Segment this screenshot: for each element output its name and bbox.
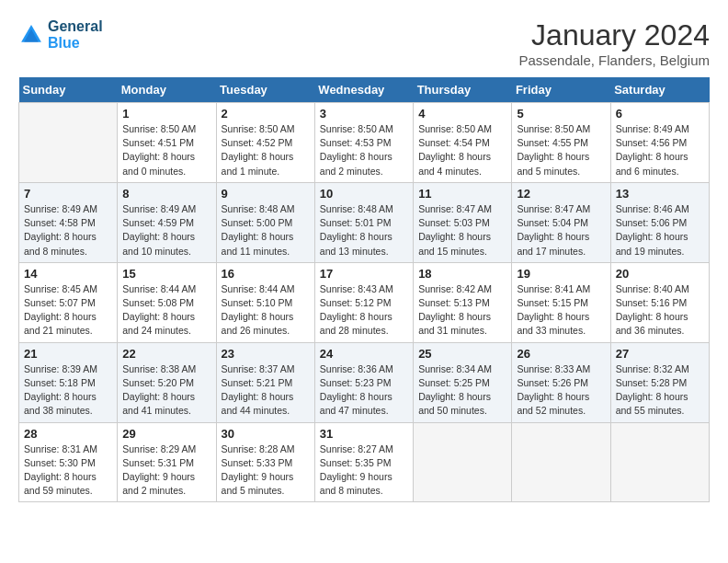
day-info: Sunrise: 8:40 AM Sunset: 5:16 PM Dayligh… [616,282,704,339]
day-info: Sunrise: 8:50 AM Sunset: 4:55 PM Dayligh… [517,122,605,178]
calendar-day-cell: 21Sunrise: 8:39 AM Sunset: 5:18 PM Dayli… [19,342,118,422]
day-number: 23 [222,347,310,361]
day-info: Sunrise: 8:50 AM Sunset: 4:54 PM Dayligh… [418,122,506,178]
day-info: Sunrise: 8:44 AM Sunset: 5:08 PM Dayligh… [122,282,210,339]
calendar-day-cell: 5Sunrise: 8:50 AM Sunset: 4:55 PM Daylig… [512,103,610,183]
calendar-day-cell: 15Sunrise: 8:44 AM Sunset: 5:08 PM Dayli… [118,262,216,342]
calendar-week-row: 1Sunrise: 8:50 AM Sunset: 4:51 PM Daylig… [19,103,710,183]
calendar-header-row: Sunday Monday Tuesday Wednesday Thursday… [19,77,710,103]
calendar-day-cell [19,103,118,183]
day-info: Sunrise: 8:42 AM Sunset: 5:13 PM Dayligh… [418,282,506,339]
day-number: 18 [418,267,506,281]
day-info: Sunrise: 8:47 AM Sunset: 5:03 PM Dayligh… [418,202,506,259]
location-subtitle: Passendale, Flanders, Belgium [518,52,710,68]
calendar-day-cell: 26Sunrise: 8:33 AM Sunset: 5:26 PM Dayli… [512,342,610,422]
day-number: 25 [418,347,506,361]
col-tuesday: Tuesday [216,77,314,103]
calendar-day-cell: 14Sunrise: 8:45 AM Sunset: 5:07 PM Dayli… [19,262,118,342]
day-info: Sunrise: 8:31 AM Sunset: 5:30 PM Dayligh… [24,442,112,499]
calendar-day-cell: 9Sunrise: 8:48 AM Sunset: 5:00 PM Daylig… [216,182,314,262]
day-info: Sunrise: 8:32 AM Sunset: 5:28 PM Dayligh… [616,362,704,419]
logo-icon [18,22,44,48]
calendar-table: Sunday Monday Tuesday Wednesday Thursday… [18,77,710,502]
day-number: 13 [616,187,704,201]
calendar-day-cell: 1Sunrise: 8:50 AM Sunset: 4:51 PM Daylig… [118,103,216,183]
day-info: Sunrise: 8:50 AM Sunset: 4:51 PM Dayligh… [122,122,210,178]
day-number: 14 [24,267,112,281]
day-info: Sunrise: 8:28 AM Sunset: 5:33 PM Dayligh… [222,442,310,499]
day-number: 8 [122,187,210,201]
calendar-day-cell: 28Sunrise: 8:31 AM Sunset: 5:30 PM Dayli… [19,422,118,502]
day-number: 15 [122,267,210,281]
calendar-day-cell: 22Sunrise: 8:38 AM Sunset: 5:20 PM Dayli… [118,342,216,422]
page-header: General Blue January 2024 Passendale, Fl… [18,18,710,68]
day-number: 2 [222,107,310,121]
calendar-day-cell: 16Sunrise: 8:44 AM Sunset: 5:10 PM Dayli… [216,262,314,342]
day-number: 10 [320,187,408,201]
col-monday: Monday [118,77,216,103]
calendar-day-cell: 12Sunrise: 8:47 AM Sunset: 5:04 PM Dayli… [512,182,610,262]
day-number: 16 [222,267,310,281]
calendar-week-row: 28Sunrise: 8:31 AM Sunset: 5:30 PM Dayli… [19,422,710,502]
day-number: 1 [122,107,210,121]
month-title: January 2024 [518,18,710,52]
day-number: 21 [24,347,112,361]
day-number: 30 [222,427,310,441]
day-number: 28 [24,427,112,441]
calendar-day-cell: 8Sunrise: 8:49 AM Sunset: 4:59 PM Daylig… [118,182,216,262]
calendar-day-cell [512,422,610,502]
day-number: 26 [517,347,605,361]
day-info: Sunrise: 8:29 AM Sunset: 5:31 PM Dayligh… [122,442,210,499]
day-info: Sunrise: 8:36 AM Sunset: 5:23 PM Dayligh… [320,362,408,419]
col-sunday: Sunday [19,77,118,103]
calendar-day-cell: 4Sunrise: 8:50 AM Sunset: 4:54 PM Daylig… [414,103,512,183]
day-info: Sunrise: 8:39 AM Sunset: 5:18 PM Dayligh… [24,362,112,419]
day-info: Sunrise: 8:33 AM Sunset: 5:26 PM Dayligh… [517,362,605,419]
day-number: 29 [122,427,210,441]
calendar-day-cell: 6Sunrise: 8:49 AM Sunset: 4:56 PM Daylig… [610,103,709,183]
calendar-day-cell: 20Sunrise: 8:40 AM Sunset: 5:16 PM Dayli… [610,262,709,342]
calendar-day-cell: 23Sunrise: 8:37 AM Sunset: 5:21 PM Dayli… [216,342,314,422]
col-thursday: Thursday [414,77,512,103]
calendar-day-cell: 2Sunrise: 8:50 AM Sunset: 4:52 PM Daylig… [216,103,314,183]
logo-text: General Blue [48,18,103,52]
calendar-week-row: 14Sunrise: 8:45 AM Sunset: 5:07 PM Dayli… [19,262,710,342]
day-number: 17 [320,267,408,281]
title-block: January 2024 Passendale, Flanders, Belgi… [518,18,710,68]
calendar-day-cell [610,422,709,502]
day-number: 19 [517,267,605,281]
day-info: Sunrise: 8:48 AM Sunset: 5:00 PM Dayligh… [222,202,310,259]
logo: General Blue [18,18,103,52]
day-info: Sunrise: 8:45 AM Sunset: 5:07 PM Dayligh… [24,282,112,339]
day-number: 27 [616,347,704,361]
day-info: Sunrise: 8:46 AM Sunset: 5:06 PM Dayligh… [616,202,704,259]
calendar-day-cell: 25Sunrise: 8:34 AM Sunset: 5:25 PM Dayli… [414,342,512,422]
day-info: Sunrise: 8:43 AM Sunset: 5:12 PM Dayligh… [320,282,408,339]
day-info: Sunrise: 8:49 AM Sunset: 4:56 PM Dayligh… [616,122,704,178]
calendar-day-cell: 19Sunrise: 8:41 AM Sunset: 5:15 PM Dayli… [512,262,610,342]
calendar-day-cell: 24Sunrise: 8:36 AM Sunset: 5:23 PM Dayli… [314,342,413,422]
calendar-day-cell: 13Sunrise: 8:46 AM Sunset: 5:06 PM Dayli… [610,182,709,262]
day-info: Sunrise: 8:38 AM Sunset: 5:20 PM Dayligh… [122,362,210,419]
day-info: Sunrise: 8:48 AM Sunset: 5:01 PM Dayligh… [320,202,408,259]
day-number: 24 [320,347,408,361]
day-number: 3 [320,107,408,121]
day-number: 11 [418,187,506,201]
calendar-day-cell: 30Sunrise: 8:28 AM Sunset: 5:33 PM Dayli… [216,422,314,502]
day-info: Sunrise: 8:44 AM Sunset: 5:10 PM Dayligh… [222,282,310,339]
day-number: 5 [517,107,605,121]
day-info: Sunrise: 8:37 AM Sunset: 5:21 PM Dayligh… [222,362,310,419]
day-number: 6 [616,107,704,121]
calendar-day-cell: 29Sunrise: 8:29 AM Sunset: 5:31 PM Dayli… [118,422,216,502]
day-number: 22 [122,347,210,361]
calendar-day-cell: 7Sunrise: 8:49 AM Sunset: 4:58 PM Daylig… [19,182,118,262]
day-number: 20 [616,267,704,281]
calendar-day-cell: 10Sunrise: 8:48 AM Sunset: 5:01 PM Dayli… [314,182,413,262]
calendar-week-row: 7Sunrise: 8:49 AM Sunset: 4:58 PM Daylig… [19,182,710,262]
day-number: 9 [222,187,310,201]
calendar-day-cell: 18Sunrise: 8:42 AM Sunset: 5:13 PM Dayli… [414,262,512,342]
calendar-day-cell: 11Sunrise: 8:47 AM Sunset: 5:03 PM Dayli… [414,182,512,262]
calendar-day-cell: 27Sunrise: 8:32 AM Sunset: 5:28 PM Dayli… [610,342,709,422]
calendar-day-cell: 3Sunrise: 8:50 AM Sunset: 4:53 PM Daylig… [314,103,413,183]
day-info: Sunrise: 8:49 AM Sunset: 4:59 PM Dayligh… [122,202,210,259]
